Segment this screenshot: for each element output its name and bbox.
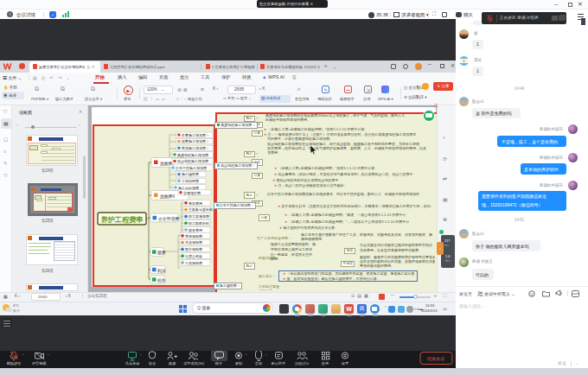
svg-text:基本费用: 基本费用 [189,201,202,206]
svg-text:高原地区施工增加费: 高原地区施工增加费 [177,153,208,157]
svg-text:⌃: ⌃ [47,353,49,358]
svg-text:邀请: 邀请 [169,361,176,365]
svg-text:⌃: ⌃ [265,353,267,358]
svg-text:安全: 安全 [149,361,157,365]
svg-text:设置: 设置 [342,361,348,365]
svg-text:结束会议: 结束会议 [427,356,445,361]
svg-text:规费: 规费 [157,250,166,256]
svg-text:职工探亲路费: 职工探亲路费 [189,214,209,219]
svg-text:互动: 互动 [255,361,262,365]
svg-text:交通维护费: 交通维护费 [183,191,201,195]
svg-text:⌃: ⌃ [22,353,24,358]
svg-text:聊天: 聊天 [215,361,223,365]
svg-text:失业保险费: 失业保险费 [185,240,202,245]
svg-text:分组讨论: 分组讨论 [295,361,310,365]
svg-text:管理成员(34): 管理成员(34) [183,361,205,365]
svg-text:职工取暖补贴: 职工取暖补贴 [189,221,209,226]
svg-text:养护工程费率: 养护工程费率 [100,215,143,224]
svg-text:⌃: ⌃ [139,353,142,358]
svg-text:企业管理费: 企业管理费 [158,216,179,222]
svg-text:工地转移费: 工地转移费 [182,179,199,183]
svg-text:共享屏幕: 共享屏幕 [125,361,141,365]
svg-text:行车干扰施工增加费: 行车干扰施工增加费 [175,166,207,170]
svg-text:开启视频: 开启视频 [32,361,48,365]
svg-text:措施费II: 措施费II [160,194,175,200]
svg-text:财务费用: 财务费用 [189,228,202,232]
svg-text:⌃: ⌃ [245,353,247,358]
svg-text:解除静音: 解除静音 [7,361,22,366]
svg-text:雨季施工增加费 ∘: 雨季施工增加费 ∘ [182,139,209,143]
svg-text:利润: 利润 [157,268,166,274]
svg-text:应用: 应用 [322,361,329,365]
svg-text:AI小助手: AI小助手 [272,361,286,365]
svg-text:冬季施工增加费 ∘: 冬季施工增加费 ∘ [182,133,209,137]
svg-text:医疗保险费: 医疗保险费 [185,247,202,251]
svg-text:住房公积金: 住房公积金 [184,254,202,258]
svg-text:养老保险费: 养老保险费 [185,234,202,238]
svg-text:录制: 录制 [235,361,242,366]
